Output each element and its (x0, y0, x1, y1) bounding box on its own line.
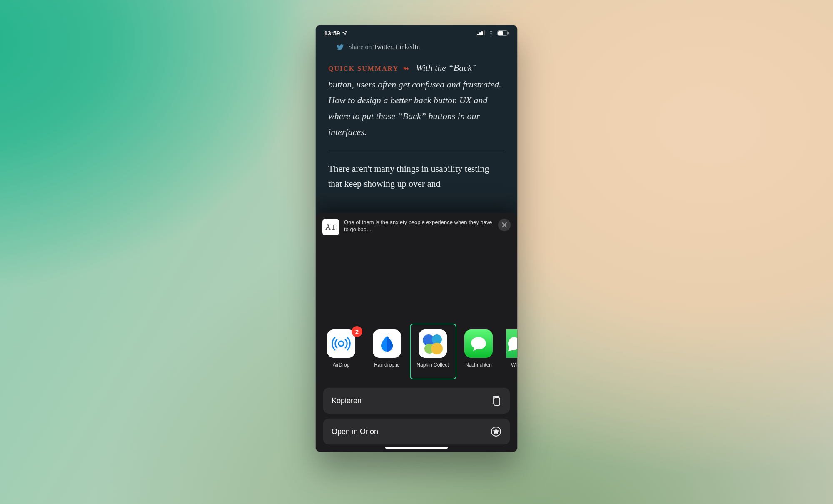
app-label: Nachrichten (465, 362, 492, 368)
svg-rect-13 (494, 398, 500, 405)
share-linkedin-link[interactable]: LinkedIn (395, 43, 420, 50)
napkin-icon (419, 329, 447, 358)
share-actions-list: Kopieren Open in Orion (323, 388, 510, 444)
messages-icon (464, 329, 493, 358)
action-open-in-orion[interactable]: Open in Orion (323, 419, 510, 444)
share-preview-text: One of them is the anxiety people experi… (344, 219, 493, 233)
whatsapp-icon (506, 329, 517, 358)
phone-screenshot: 13:59 Share on Twitter, Lin (316, 25, 517, 452)
share-app-row[interactable]: 2 AirDrop Raindrop.io (316, 329, 517, 368)
battery-icon (497, 30, 509, 36)
svg-point-12 (431, 343, 443, 354)
action-label: Kopieren (332, 397, 362, 405)
app-whatsapp-partial[interactable]: Wh (506, 329, 517, 368)
app-label: Wh (511, 362, 517, 368)
svg-rect-1 (479, 32, 481, 35)
share-text: Share on Twitter, LinkedIn (348, 43, 420, 51)
svg-rect-2 (481, 31, 483, 35)
quick-summary-label: QUICK SUMMARY ↬ (328, 65, 411, 72)
share-source-thumbnail: A𝙸 (322, 219, 339, 235)
share-sheet-header: A𝙸 One of them is the anxiety people exp… (316, 213, 517, 238)
wifi-icon (487, 30, 495, 35)
arrow-loop-icon: ↬ (403, 65, 409, 72)
location-arrow-icon (342, 30, 347, 35)
svg-rect-5 (498, 31, 503, 35)
share-sheet[interactable]: A𝙸 One of them is the anxiety people exp… (316, 213, 517, 452)
svg-rect-3 (484, 30, 485, 35)
share-twitter-link[interactable]: Twitter (373, 43, 392, 50)
app-raindrop[interactable]: Raindrop.io (369, 329, 405, 368)
svg-rect-0 (477, 34, 479, 35)
app-napkin-collect[interactable]: Napkin Collect (415, 329, 451, 368)
close-icon (501, 222, 507, 228)
status-bar: 13:59 (316, 25, 517, 41)
twitter-icon (337, 43, 344, 51)
action-label: Open in Orion (332, 427, 378, 436)
quick-summary: QUICK SUMMARY ↬ With the “Back” button, … (328, 60, 505, 140)
svg-rect-6 (508, 32, 509, 34)
airdrop-badge: 2 (352, 326, 362, 337)
svg-point-7 (339, 341, 344, 346)
app-airdrop[interactable]: 2 AirDrop (323, 329, 359, 368)
copy-icon (491, 395, 501, 406)
app-label: Raindrop.io (374, 362, 399, 368)
raindrop-icon (373, 329, 401, 358)
orion-icon (491, 426, 501, 437)
close-button[interactable] (498, 219, 511, 231)
status-time: 13:59 (324, 30, 340, 37)
article-content: Share on Twitter, LinkedIn QUICK SUMMARY… (316, 41, 517, 191)
app-messages[interactable]: Nachrichten (461, 329, 496, 368)
app-label: AirDrop (333, 362, 350, 368)
share-bar: Share on Twitter, LinkedIn (337, 43, 505, 51)
action-copy[interactable]: Kopieren (323, 388, 510, 414)
divider (328, 152, 505, 152)
article-body-snippet: There aren't many things in usability te… (328, 161, 505, 191)
cellular-icon (477, 30, 485, 35)
home-indicator[interactable] (385, 447, 448, 449)
airdrop-icon (327, 329, 355, 358)
app-label: Napkin Collect (416, 362, 449, 368)
